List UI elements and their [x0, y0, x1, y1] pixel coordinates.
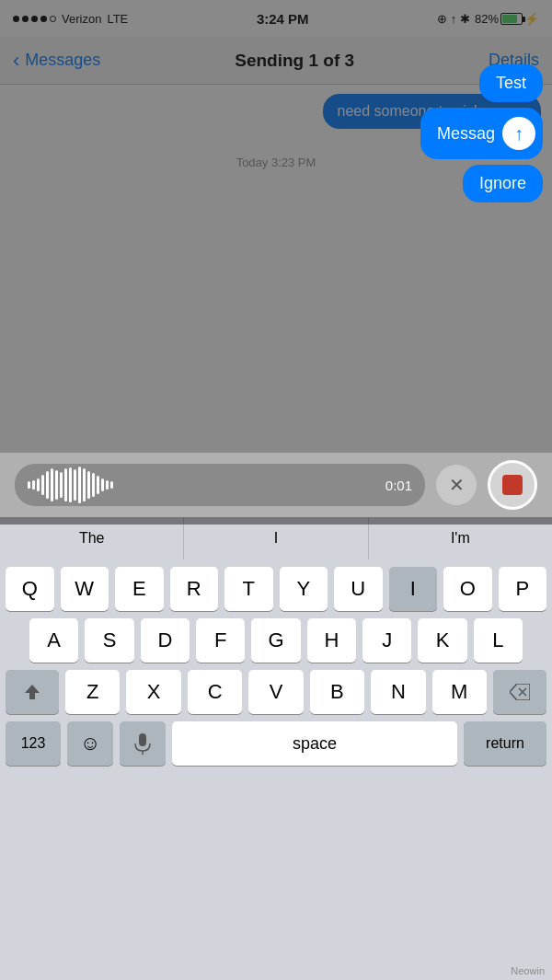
keyboard-row-2: A S D F G H J K L	[0, 611, 552, 663]
record-button[interactable]	[488, 460, 537, 510]
bar	[74, 469, 76, 501]
return-key[interactable]: return	[464, 721, 546, 766]
key-u[interactable]: U	[334, 567, 383, 611]
key-c[interactable]: C	[188, 670, 242, 714]
key-t[interactable]: T	[224, 567, 273, 611]
key-p[interactable]: P	[499, 567, 547, 611]
bar	[28, 481, 30, 489]
send-icon[interactable]: ↑	[502, 117, 535, 150]
bar	[60, 472, 63, 498]
voice-timer: 0:01	[385, 478, 412, 493]
emoji-icon: ☺	[80, 732, 100, 755]
voice-bar: 0:01 ✕	[0, 453, 552, 517]
key-q[interactable]: Q	[6, 567, 54, 611]
bar	[83, 468, 86, 502]
keyboard: Q W E R T Y U I O P A S D F G H J K L Z …	[0, 559, 552, 980]
bar	[46, 471, 49, 499]
key-z[interactable]: Z	[65, 670, 120, 714]
key-l[interactable]: L	[474, 618, 523, 663]
microphone-key[interactable]	[120, 721, 166, 766]
key-h[interactable]: H	[307, 618, 356, 663]
close-icon: ✕	[449, 474, 465, 496]
key-d[interactable]: D	[141, 618, 190, 663]
bar	[55, 470, 58, 500]
key-g[interactable]: G	[251, 618, 300, 663]
key-n[interactable]: N	[371, 670, 425, 714]
bar	[37, 478, 40, 491]
key-m[interactable]: M	[432, 670, 487, 714]
waveform-container: 0:01	[15, 464, 425, 506]
popup-bubble-messag[interactable]: Messag ↑	[420, 108, 543, 159]
keyboard-row-3: Z X C V B N M	[0, 663, 552, 714]
bar	[78, 467, 81, 503]
key-i[interactable]: I	[389, 567, 438, 611]
bar	[69, 467, 72, 502]
neowin-label: Neowin	[511, 965, 545, 976]
waveform-bars	[28, 467, 374, 503]
bar	[106, 480, 109, 490]
space-key[interactable]: space	[172, 721, 457, 766]
key-a[interactable]: A	[29, 618, 78, 663]
keyboard-bottom-row: 123 ☺ space return	[0, 714, 552, 766]
key-b[interactable]: B	[310, 670, 364, 714]
mic-icon	[134, 732, 151, 755]
keyboard-row-1: Q W E R T Y U I O P	[0, 559, 552, 611]
key-r[interactable]: R	[170, 567, 219, 611]
emoji-key[interactable]: ☺	[67, 721, 113, 766]
key-y[interactable]: Y	[280, 567, 328, 611]
record-inner-icon	[502, 475, 523, 495]
bar	[64, 468, 67, 502]
cancel-voice-button[interactable]: ✕	[436, 465, 477, 505]
svg-rect-4	[139, 733, 146, 746]
key-f[interactable]: F	[196, 618, 245, 663]
popup-bubble-ignore[interactable]: Ignore	[463, 165, 543, 202]
key-j[interactable]: J	[362, 618, 411, 663]
key-s[interactable]: S	[85, 618, 133, 663]
shift-icon	[23, 683, 41, 701]
key-x[interactable]: X	[126, 670, 180, 714]
key-v[interactable]: V	[248, 670, 303, 714]
key-e[interactable]: E	[115, 567, 164, 611]
bar	[41, 475, 44, 495]
shift-key[interactable]	[6, 670, 59, 714]
svg-marker-0	[25, 685, 40, 699]
bar	[32, 480, 35, 490]
popup-bubble-test[interactable]: Test	[479, 64, 543, 102]
middle-keys: Z X C V B N M	[65, 670, 487, 714]
bar	[51, 468, 53, 502]
bar	[92, 473, 95, 497]
key-w[interactable]: W	[61, 567, 109, 611]
bar	[87, 471, 90, 499]
backspace-key[interactable]	[493, 670, 546, 714]
numbers-key[interactable]: 123	[6, 721, 61, 766]
key-k[interactable]: K	[418, 618, 466, 663]
key-o[interactable]: O	[443, 567, 492, 611]
backspace-icon	[510, 684, 530, 700]
bar	[97, 476, 99, 494]
bar	[101, 478, 104, 491]
bar	[110, 481, 113, 489]
popup-bubble-cluster: Test Messag ↑ Ignore	[420, 74, 543, 202]
svg-marker-1	[510, 684, 530, 700]
